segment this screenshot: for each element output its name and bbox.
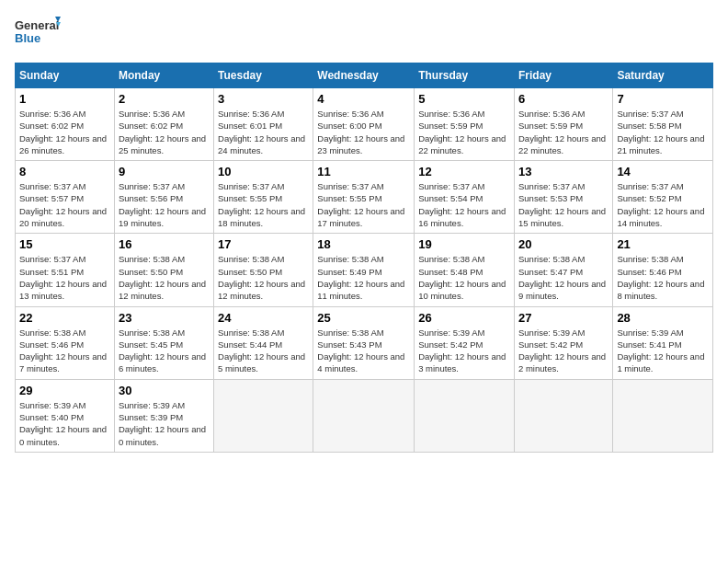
calendar-cell: 8 Sunrise: 5:37 AM Sunset: 5:57 PM Dayli… bbox=[16, 161, 115, 234]
day-info: Sunrise: 5:37 AM Sunset: 5:55 PM Dayligh… bbox=[317, 180, 410, 229]
calendar-cell: 6 Sunrise: 5:36 AM Sunset: 5:59 PM Dayli… bbox=[514, 88, 612, 161]
day-info: Sunrise: 5:38 AM Sunset: 5:50 PM Dayligh… bbox=[218, 253, 309, 302]
weekday-header-thursday: Thursday bbox=[415, 63, 515, 88]
calendar-cell: 22 Sunrise: 5:38 AM Sunset: 5:46 PM Dayl… bbox=[16, 306, 115, 379]
calendar-cell: 5 Sunrise: 5:36 AM Sunset: 5:59 PM Dayli… bbox=[415, 88, 515, 161]
day-number: 23 bbox=[119, 311, 210, 325]
day-info: Sunrise: 5:39 AM Sunset: 5:42 PM Dayligh… bbox=[518, 327, 609, 375]
calendar-cell: 27 Sunrise: 5:39 AM Sunset: 5:42 PM Dayl… bbox=[514, 306, 612, 379]
page-header: General Blue bbox=[15, 15, 713, 55]
day-number: 13 bbox=[518, 165, 609, 178]
calendar-cell bbox=[613, 379, 713, 452]
day-number: 27 bbox=[518, 311, 609, 325]
calendar-week-1: 1 Sunrise: 5:36 AM Sunset: 6:02 PM Dayli… bbox=[16, 88, 713, 161]
day-number: 17 bbox=[218, 237, 309, 251]
calendar-cell: 28 Sunrise: 5:39 AM Sunset: 5:41 PM Dayl… bbox=[613, 306, 713, 379]
day-number: 5 bbox=[418, 92, 510, 106]
day-number: 19 bbox=[418, 237, 510, 251]
calendar-cell: 17 Sunrise: 5:38 AM Sunset: 5:50 PM Dayl… bbox=[214, 234, 313, 306]
day-number: 14 bbox=[617, 165, 709, 178]
calendar-cell: 12 Sunrise: 5:37 AM Sunset: 5:54 PM Dayl… bbox=[415, 161, 515, 234]
calendar-cell: 25 Sunrise: 5:38 AM Sunset: 5:43 PM Dayl… bbox=[313, 306, 415, 379]
day-info: Sunrise: 5:37 AM Sunset: 5:58 PM Dayligh… bbox=[617, 108, 709, 156]
day-number: 24 bbox=[218, 311, 309, 325]
day-number: 25 bbox=[317, 311, 410, 325]
day-info: Sunrise: 5:37 AM Sunset: 5:51 PM Dayligh… bbox=[19, 253, 110, 302]
calendar-week-3: 15 Sunrise: 5:37 AM Sunset: 5:51 PM Dayl… bbox=[16, 234, 713, 306]
calendar-cell: 18 Sunrise: 5:38 AM Sunset: 5:49 PM Dayl… bbox=[313, 234, 415, 306]
day-number: 9 bbox=[119, 165, 210, 178]
day-number: 15 bbox=[19, 237, 110, 251]
calendar-cell bbox=[313, 379, 415, 452]
calendar-cell: 30 Sunrise: 5:39 AM Sunset: 5:39 PM Dayl… bbox=[114, 379, 213, 452]
day-number: 4 bbox=[317, 92, 410, 106]
day-number: 8 bbox=[19, 165, 110, 178]
day-number: 16 bbox=[119, 237, 210, 251]
day-info: Sunrise: 5:36 AM Sunset: 6:00 PM Dayligh… bbox=[317, 108, 410, 156]
calendar-cell: 15 Sunrise: 5:37 AM Sunset: 5:51 PM Dayl… bbox=[16, 234, 115, 306]
day-info: Sunrise: 5:39 AM Sunset: 5:41 PM Dayligh… bbox=[617, 327, 709, 375]
logo: General Blue bbox=[15, 15, 61, 55]
day-number: 7 bbox=[617, 92, 709, 106]
calendar-cell: 1 Sunrise: 5:36 AM Sunset: 6:02 PM Dayli… bbox=[16, 88, 115, 161]
day-info: Sunrise: 5:36 AM Sunset: 5:59 PM Dayligh… bbox=[418, 108, 510, 156]
day-number: 2 bbox=[119, 92, 210, 106]
day-number: 30 bbox=[119, 384, 210, 397]
calendar-cell: 19 Sunrise: 5:38 AM Sunset: 5:48 PM Dayl… bbox=[415, 234, 515, 306]
calendar-cell: 4 Sunrise: 5:36 AM Sunset: 6:00 PM Dayli… bbox=[313, 88, 415, 161]
day-info: Sunrise: 5:38 AM Sunset: 5:45 PM Dayligh… bbox=[119, 327, 210, 375]
calendar-cell: 2 Sunrise: 5:36 AM Sunset: 6:02 PM Dayli… bbox=[114, 88, 213, 161]
day-info: Sunrise: 5:38 AM Sunset: 5:49 PM Dayligh… bbox=[317, 253, 410, 302]
day-number: 18 bbox=[317, 237, 410, 251]
calendar-cell: 29 Sunrise: 5:39 AM Sunset: 5:40 PM Dayl… bbox=[16, 379, 115, 452]
day-number: 11 bbox=[317, 165, 410, 178]
calendar-cell: 16 Sunrise: 5:38 AM Sunset: 5:50 PM Dayl… bbox=[114, 234, 213, 306]
calendar-cell: 7 Sunrise: 5:37 AM Sunset: 5:58 PM Dayli… bbox=[613, 88, 713, 161]
calendar-week-5: 29 Sunrise: 5:39 AM Sunset: 5:40 PM Dayl… bbox=[16, 379, 713, 452]
day-info: Sunrise: 5:37 AM Sunset: 5:54 PM Dayligh… bbox=[418, 180, 510, 229]
weekday-header-monday: Monday bbox=[114, 63, 213, 88]
day-info: Sunrise: 5:36 AM Sunset: 6:02 PM Dayligh… bbox=[119, 108, 210, 156]
day-info: Sunrise: 5:37 AM Sunset: 5:55 PM Dayligh… bbox=[218, 180, 309, 229]
calendar-cell: 23 Sunrise: 5:38 AM Sunset: 5:45 PM Dayl… bbox=[114, 306, 213, 379]
calendar-table: SundayMondayTuesdayWednesdayThursdayFrid… bbox=[15, 63, 713, 453]
calendar-cell: 9 Sunrise: 5:37 AM Sunset: 5:56 PM Dayli… bbox=[114, 161, 213, 234]
calendar-cell: 26 Sunrise: 5:39 AM Sunset: 5:42 PM Dayl… bbox=[415, 306, 515, 379]
day-number: 28 bbox=[617, 311, 709, 325]
day-info: Sunrise: 5:38 AM Sunset: 5:46 PM Dayligh… bbox=[19, 327, 110, 375]
day-number: 20 bbox=[518, 237, 609, 251]
calendar-cell: 24 Sunrise: 5:38 AM Sunset: 5:44 PM Dayl… bbox=[214, 306, 313, 379]
day-number: 6 bbox=[518, 92, 609, 106]
calendar-cell: 3 Sunrise: 5:36 AM Sunset: 6:01 PM Dayli… bbox=[214, 88, 313, 161]
day-info: Sunrise: 5:37 AM Sunset: 5:57 PM Dayligh… bbox=[19, 180, 110, 229]
day-info: Sunrise: 5:36 AM Sunset: 6:02 PM Dayligh… bbox=[19, 108, 110, 156]
calendar-week-2: 8 Sunrise: 5:37 AM Sunset: 5:57 PM Dayli… bbox=[16, 161, 713, 234]
day-info: Sunrise: 5:38 AM Sunset: 5:47 PM Dayligh… bbox=[518, 253, 609, 302]
calendar-week-4: 22 Sunrise: 5:38 AM Sunset: 5:46 PM Dayl… bbox=[16, 306, 713, 379]
day-number: 21 bbox=[617, 237, 709, 251]
day-info: Sunrise: 5:38 AM Sunset: 5:50 PM Dayligh… bbox=[119, 253, 210, 302]
day-info: Sunrise: 5:37 AM Sunset: 5:53 PM Dayligh… bbox=[518, 180, 609, 229]
weekday-header-wednesday: Wednesday bbox=[313, 63, 415, 88]
day-info: Sunrise: 5:36 AM Sunset: 6:01 PM Dayligh… bbox=[218, 108, 309, 156]
svg-text:Blue: Blue bbox=[15, 31, 40, 45]
calendar-cell bbox=[415, 379, 515, 452]
day-info: Sunrise: 5:36 AM Sunset: 5:59 PM Dayligh… bbox=[518, 108, 609, 156]
day-number: 22 bbox=[19, 311, 110, 325]
day-info: Sunrise: 5:37 AM Sunset: 5:52 PM Dayligh… bbox=[617, 180, 709, 229]
weekday-header-tuesday: Tuesday bbox=[214, 63, 313, 88]
day-info: Sunrise: 5:38 AM Sunset: 5:43 PM Dayligh… bbox=[317, 327, 410, 375]
calendar-cell bbox=[214, 379, 313, 452]
weekday-header-sunday: Sunday bbox=[16, 63, 115, 88]
day-number: 1 bbox=[19, 92, 110, 106]
calendar-cell: 21 Sunrise: 5:38 AM Sunset: 5:46 PM Dayl… bbox=[613, 234, 713, 306]
weekday-header-friday: Friday bbox=[514, 63, 612, 88]
calendar-cell: 11 Sunrise: 5:37 AM Sunset: 5:55 PM Dayl… bbox=[313, 161, 415, 234]
day-number: 3 bbox=[218, 92, 309, 106]
logo-svg: General Blue bbox=[15, 15, 61, 55]
day-info: Sunrise: 5:39 AM Sunset: 5:40 PM Dayligh… bbox=[19, 399, 110, 448]
day-number: 29 bbox=[19, 384, 110, 397]
calendar-cell: 13 Sunrise: 5:37 AM Sunset: 5:53 PM Dayl… bbox=[514, 161, 612, 234]
day-number: 12 bbox=[418, 165, 510, 178]
calendar-cell: 14 Sunrise: 5:37 AM Sunset: 5:52 PM Dayl… bbox=[613, 161, 713, 234]
